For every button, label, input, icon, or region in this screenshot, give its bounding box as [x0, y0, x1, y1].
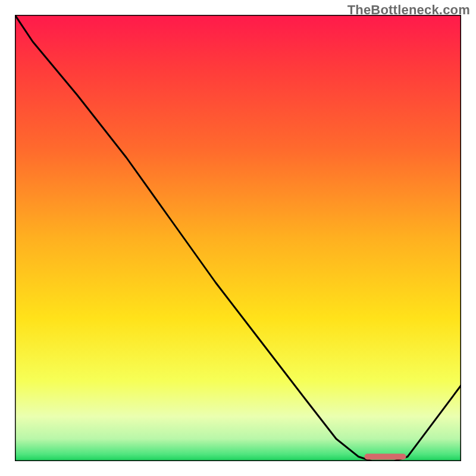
- gradient-curve-chart: [15, 15, 461, 461]
- watermark-text: TheBottleneck.com: [347, 2, 470, 18]
- chart-plot-area: [15, 15, 461, 461]
- chart-container: TheBottleneck.com: [0, 0, 476, 476]
- gradient-background: [15, 15, 461, 461]
